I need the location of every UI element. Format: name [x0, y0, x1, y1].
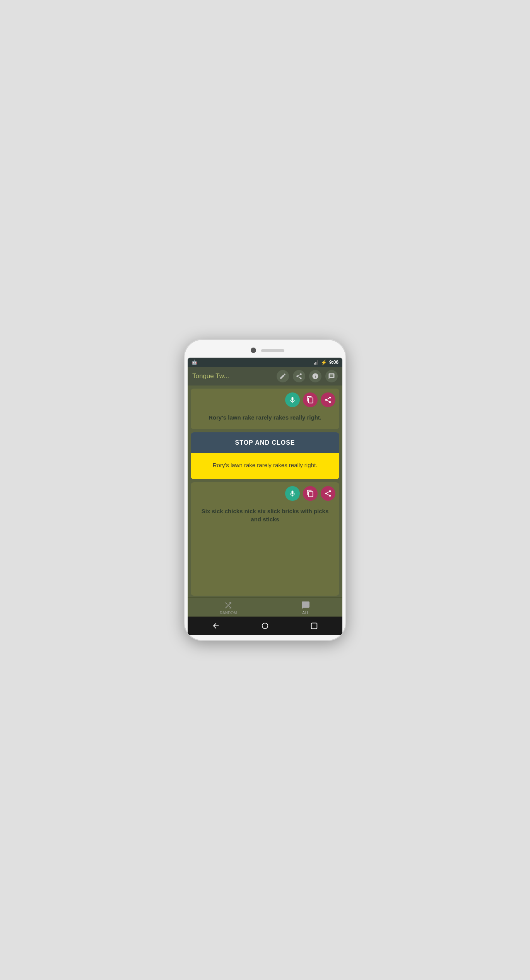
- time-display: 9:06: [329, 360, 339, 365]
- tab-bar: RANDOM ALL: [188, 597, 342, 617]
- svg-marker-0: [314, 363, 315, 365]
- phone-frame: 🤖 ⚡ 9:06 Tongue Tw...: [184, 339, 346, 641]
- signal-icon: [314, 360, 318, 365]
- popup-card: STOP AND CLOSE Rory's lawn rake rarely r…: [191, 432, 339, 479]
- app-toolbar: Tongue Tw...: [188, 367, 342, 385]
- svg-point-4: [262, 623, 268, 629]
- phone-screen: 🤖 ⚡ 9:06 Tongue Tw...: [188, 358, 342, 635]
- tab-all-label: ALL: [302, 611, 309, 615]
- stop-close-label: STOP AND CLOSE: [235, 439, 295, 446]
- tab-all[interactable]: ALL: [301, 601, 310, 615]
- share-button-1[interactable]: [321, 392, 335, 407]
- copy-button-3[interactable]: [303, 486, 318, 501]
- message-button[interactable]: [325, 370, 338, 382]
- content-area: Rory's lawn rake rarely rakes really rig…: [188, 385, 342, 617]
- popup-text: Rory's lawn rake rarely rakes really rig…: [197, 461, 333, 470]
- android-icon: 🤖: [191, 360, 197, 365]
- speaker: [261, 349, 284, 352]
- edit-button[interactable]: [277, 370, 289, 382]
- copy-button-1[interactable]: [303, 392, 318, 407]
- stop-close-button[interactable]: STOP AND CLOSE: [191, 432, 339, 453]
- info-button[interactable]: [309, 370, 321, 382]
- battery-icon: ⚡: [321, 360, 327, 365]
- popup-yellow-area: Rory's lawn rake rarely rakes really rig…: [191, 453, 339, 479]
- back-button[interactable]: [210, 620, 221, 631]
- app-title: Tongue Tw...: [192, 372, 273, 380]
- svg-marker-2: [317, 360, 318, 365]
- card-1-text: Rory's lawn rake rarely rakes really rig…: [195, 410, 335, 425]
- svg-rect-5: [311, 623, 317, 629]
- camera: [251, 348, 256, 353]
- card-3-actions: [195, 486, 335, 501]
- tab-random[interactable]: RANDOM: [220, 601, 237, 615]
- tab-random-label: RANDOM: [220, 611, 237, 615]
- share-button[interactable]: [293, 370, 305, 382]
- share-button-3[interactable]: [321, 486, 335, 501]
- card-1-actions: [195, 392, 335, 407]
- recents-button[interactable]: [309, 620, 320, 631]
- home-button[interactable]: [260, 620, 270, 631]
- speak-button-3[interactable]: [285, 486, 300, 501]
- card-3-text: Six sick chicks nick six slick bricks wi…: [195, 504, 335, 527]
- card-3: Six sick chicks nick six slick bricks wi…: [191, 482, 339, 596]
- status-bar: 🤖 ⚡ 9:06: [188, 358, 342, 367]
- svg-marker-3: [213, 623, 219, 629]
- svg-marker-1: [315, 362, 316, 365]
- speak-button-1[interactable]: [285, 392, 300, 407]
- card-1: Rory's lawn rake rarely rakes really rig…: [191, 389, 339, 429]
- nav-bar: [188, 617, 342, 635]
